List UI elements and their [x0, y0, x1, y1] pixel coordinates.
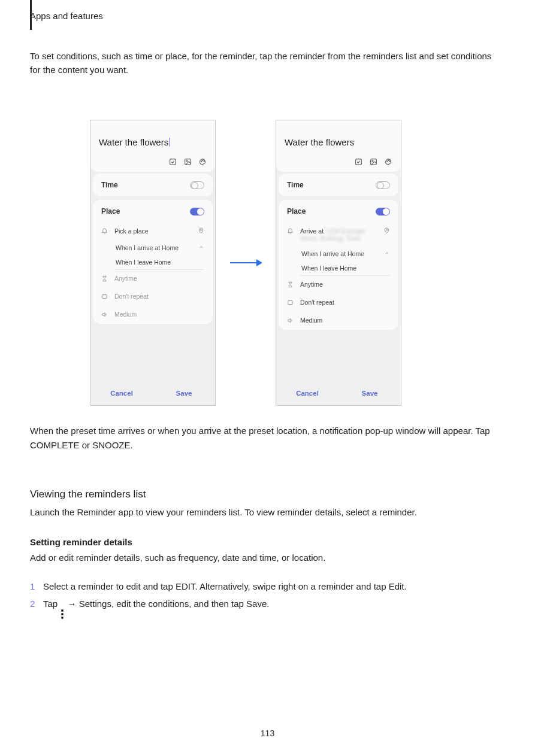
steps-list: 1 Select a reminder to edit and tap EDIT…: [30, 578, 499, 619]
step-2-suffix: → Settings, edit the conditions, and the…: [68, 599, 270, 609]
location-pin-icon[interactable]: [383, 227, 390, 235]
more-options-icon: [61, 609, 64, 619]
step-number: 1: [30, 578, 40, 596]
place-toggle[interactable]: [376, 208, 390, 215]
repeat-text: Don't repeat: [114, 293, 204, 300]
title-card: Water the flowers: [276, 120, 401, 172]
place-label: Place: [101, 207, 120, 215]
reminder-title[interactable]: Water the flowers: [99, 137, 168, 147]
volume-icon: [101, 311, 108, 319]
svg-point-5: [204, 161, 204, 162]
svg-point-12: [372, 160, 373, 162]
time-label: Time: [287, 181, 304, 189]
intro-paragraph: To set conditions, such as time or place…: [30, 47, 499, 78]
svg-point-6: [200, 229, 201, 230]
reminder-title[interactable]: Water the flowers: [285, 137, 354, 147]
repeat-row[interactable]: Don't repeat: [93, 288, 213, 306]
bell-icon: [101, 228, 108, 236]
place-card: Place Pick a place When I arrive at Home…: [93, 200, 213, 324]
repeat-icon: [101, 293, 108, 301]
svg-marker-9: [256, 259, 262, 266]
option-arrive-text: When I arrive at Home: [116, 244, 179, 251]
spacer: [90, 326, 215, 381]
screenshot-row: Water the flowers Time Place: [90, 120, 499, 406]
checkbox-icon[interactable]: [169, 158, 177, 167]
step-2-prefix: Tap: [43, 599, 58, 609]
arrive-at-row[interactable]: Arrive at 1234 Example Street, Building,…: [279, 223, 398, 247]
reminder-screen-after: Water the flowers Time Place: [276, 120, 401, 406]
section-header: Apps and features: [30, 0, 499, 23]
step-2-text: Tap → Settings, edit the conditions, and…: [43, 596, 269, 619]
subheading-paragraph: Launch the Reminder app to view your rem…: [30, 505, 499, 520]
spacer: [276, 332, 401, 381]
image-icon[interactable]: [184, 158, 192, 167]
bell-icon: [287, 228, 294, 236]
volume-row[interactable]: Medium: [279, 312, 398, 330]
option-leave[interactable]: When I leave Home: [93, 255, 213, 269]
svg-rect-0: [170, 159, 176, 165]
volume-icon: [287, 317, 294, 325]
option-arrive[interactable]: When I arrive at Home: [279, 247, 398, 261]
svg-rect-11: [371, 159, 377, 165]
volume-text: Medium: [114, 311, 204, 318]
svg-rect-7: [102, 294, 107, 298]
reminder-screen-before: Water the flowers Time Place: [90, 120, 216, 406]
hourglass-icon: [287, 281, 294, 289]
image-icon[interactable]: [370, 158, 377, 167]
place-card: Place Arrive at 1234 Example Street, Bui…: [279, 200, 398, 330]
palette-icon[interactable]: [385, 158, 392, 167]
title-card: Water the flowers: [90, 120, 215, 172]
hourglass-icon: [101, 275, 108, 283]
volume-text: Medium: [300, 317, 390, 324]
svg-point-3: [201, 161, 202, 162]
time-toggle[interactable]: [376, 181, 390, 189]
pick-place-text: Pick a place: [114, 227, 192, 235]
repeat-icon: [287, 299, 294, 307]
time-toggle[interactable]: [190, 181, 204, 189]
chevron-up-icon: [384, 250, 390, 257]
option-leave-text: When I leave Home: [116, 259, 171, 266]
save-button[interactable]: Save: [338, 390, 401, 397]
option-leave[interactable]: When I leave Home: [279, 261, 398, 275]
chevron-up-icon: [198, 244, 204, 251]
place-toggle[interactable]: [190, 208, 204, 215]
option-arrive-text: When I arrive at Home: [301, 250, 364, 257]
pick-place-row[interactable]: Pick a place: [93, 223, 213, 241]
page-number: 113: [0, 728, 535, 738]
palette-icon[interactable]: [199, 158, 207, 167]
repeat-text: Don't repeat: [300, 299, 390, 306]
cancel-button[interactable]: Cancel: [276, 390, 338, 397]
arrive-at-text: Arrive at 1234 Example Street, Building,…: [300, 227, 377, 242]
svg-rect-1: [185, 159, 191, 165]
step-1: 1 Select a reminder to edit and tap EDIT…: [30, 578, 499, 596]
arrive-prefix: Arrive at: [300, 227, 325, 235]
save-button[interactable]: Save: [153, 390, 215, 397]
repeat-row[interactable]: Don't repeat: [279, 294, 398, 312]
cancel-button[interactable]: Cancel: [90, 390, 153, 397]
location-pin-icon[interactable]: [198, 227, 204, 235]
step-1-text: Select a reminder to edit and tap EDIT. …: [43, 578, 407, 596]
svg-point-14: [388, 160, 389, 160]
place-label: Place: [287, 207, 306, 215]
option-leave-text: When I leave Home: [301, 265, 356, 272]
svg-rect-10: [356, 159, 362, 165]
time-card: Time: [279, 174, 398, 196]
svg-point-16: [386, 229, 387, 230]
step-2: 2 Tap → Settings, edit the conditions, a…: [30, 596, 499, 619]
checkbox-icon[interactable]: [355, 158, 362, 167]
below-paragraph: When the preset time arrives or when you…: [30, 424, 499, 453]
option-arrive[interactable]: When I arrive at Home: [93, 241, 213, 255]
page-content: Apps and features To set conditions, suc…: [30, 0, 499, 756]
anytime-text: Anytime: [300, 281, 390, 288]
subheading: Viewing the reminders list: [30, 488, 499, 500]
arrow-icon: [228, 257, 264, 269]
anytime-row[interactable]: Anytime: [279, 276, 398, 294]
time-card: Time: [93, 174, 213, 196]
steps-heading: Setting reminder details: [30, 535, 499, 549]
volume-row[interactable]: Medium: [93, 306, 213, 324]
anytime-row[interactable]: Anytime: [93, 270, 213, 288]
time-label: Time: [101, 181, 118, 189]
text-cursor: [170, 138, 170, 147]
svg-point-2: [186, 160, 188, 162]
steps-intro: Add or edit reminder details, such as fr…: [30, 551, 499, 565]
